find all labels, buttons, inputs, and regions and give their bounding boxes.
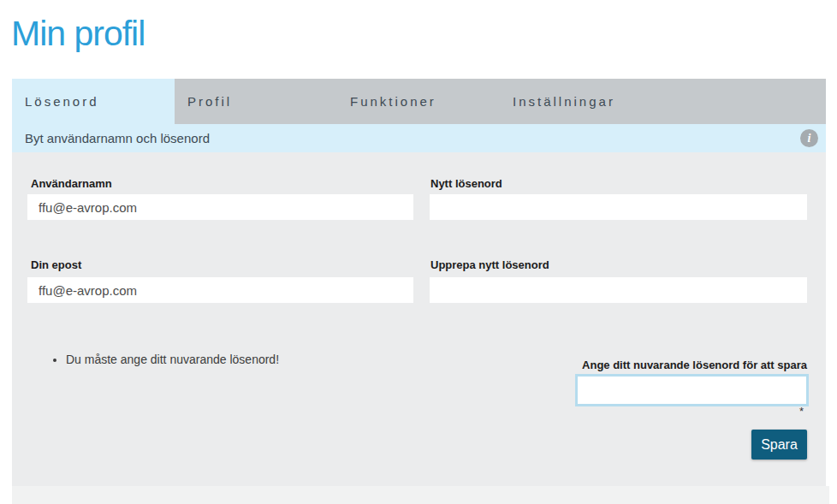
tab-installningar-label: Inställningar bbox=[513, 94, 615, 109]
tab-funktioner-label: Funktioner bbox=[350, 94, 436, 109]
tab-profil[interactable]: Profil bbox=[175, 79, 337, 124]
repeat-password-input[interactable] bbox=[430, 277, 807, 303]
new-password-label: Nytt lösenord bbox=[430, 177, 502, 190]
my-profile-page: Min profil Lösenord Profil Funktioner In… bbox=[0, 0, 837, 504]
repeat-password-label: Upprepa nytt lösenord bbox=[430, 258, 549, 271]
email-label: Din epost bbox=[31, 258, 81, 271]
email-input[interactable] bbox=[27, 277, 413, 303]
tab-installningar[interactable]: Inställningar bbox=[500, 79, 662, 124]
section-header-bar: Byt användarnamn och lösenord i bbox=[12, 124, 826, 152]
username-label: Användarnamn bbox=[31, 177, 112, 190]
username-input[interactable] bbox=[27, 194, 413, 220]
validation-message: Du måste ange ditt nuvarande lösenord! bbox=[66, 351, 279, 368]
current-password-input[interactable] bbox=[575, 374, 809, 406]
save-button[interactable]: Spara bbox=[751, 430, 807, 460]
tab-profil-label: Profil bbox=[187, 94, 232, 109]
section-title: Byt användarnamn och lösenord bbox=[25, 131, 210, 145]
current-password-label: Ange ditt nuvarande lösenord för att spa… bbox=[582, 359, 807, 371]
page-title: Min profil bbox=[11, 14, 145, 54]
new-password-input[interactable] bbox=[430, 194, 807, 220]
footer-strip bbox=[12, 486, 829, 504]
tab-losenord[interactable]: Lösenord bbox=[12, 79, 175, 124]
info-icon[interactable]: i bbox=[800, 129, 818, 147]
validation-message-list: Du måste ange ditt nuvarande lösenord! bbox=[50, 351, 279, 368]
tab-losenord-label: Lösenord bbox=[25, 94, 99, 109]
tab-funktioner[interactable]: Funktioner bbox=[337, 79, 500, 124]
required-marker: * bbox=[799, 405, 804, 418]
tab-bar: Lösenord Profil Funktioner Inställningar bbox=[12, 79, 826, 124]
